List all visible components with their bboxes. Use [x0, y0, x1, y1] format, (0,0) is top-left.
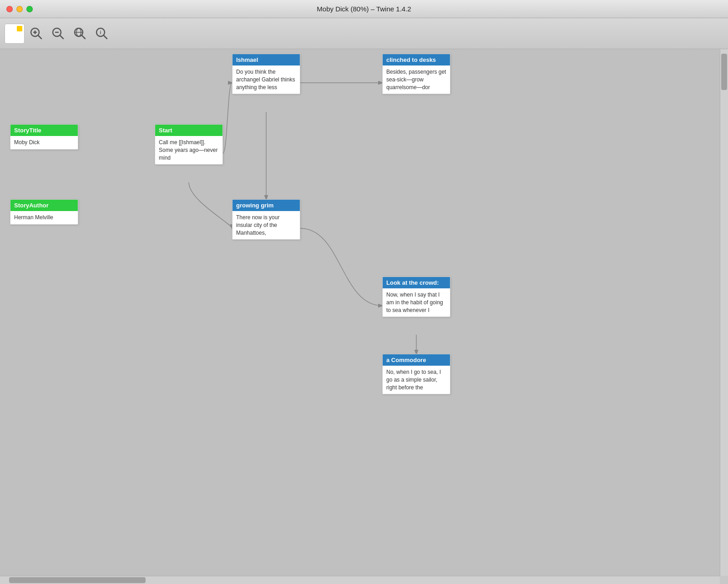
passage-card-growing_grim[interactable]: growing grimThere now is your insular ci… [232, 199, 300, 240]
zoom-out-icon [50, 25, 66, 42]
arrow-Start-to-Ishmael [223, 83, 232, 153]
passage-card-clinched_to_desks[interactable]: clinched to desksBesides, passengers get… [382, 54, 450, 94]
passage-body-Look_at_the_crowd: Now, when I say that I am in the habit o… [383, 288, 450, 317]
svg-line-13 [104, 35, 107, 39]
passage-body-StoryAuthor: Herman Melville [10, 211, 78, 224]
window-title: Moby Dick (80%) – Twine 1.4.2 [317, 5, 411, 13]
svg-line-3 [38, 35, 41, 39]
zoom-globe-icon [72, 25, 88, 42]
zoom-in-button[interactable] [26, 24, 46, 44]
passage-title-StoryTitle: StoryTitle [10, 125, 78, 136]
passage-card-Ishmael[interactable]: IshmaelDo you think the archangel Gabrie… [232, 54, 300, 94]
zoom-out-button[interactable] [48, 24, 68, 44]
passage-title-growing_grim: growing grim [233, 200, 300, 211]
passage-title-Look_at_the_crowd: Look at the crowd: [383, 277, 450, 288]
vertical-scrollbar[interactable] [720, 49, 728, 576]
arrows-overlay [0, 49, 720, 576]
passage-body-growing_grim: There now is your insular city of the Ma… [233, 211, 300, 239]
svg-line-6 [60, 35, 63, 39]
window-controls [6, 6, 33, 12]
canvas: StoryTitleMoby DickStoryAuthorHerman Mel… [0, 49, 720, 576]
title-bar: Moby Dick (80%) – Twine 1.4.2 [0, 0, 728, 18]
horizontal-scrollbar[interactable] [0, 576, 720, 584]
passage-body-a_Commodore: No, when I go to sea, I go as a simple s… [383, 366, 450, 394]
arrow-Start-to-growing_grim [189, 182, 232, 228]
passage-title-Start: Start [155, 125, 222, 136]
zoom-in-icon [28, 25, 45, 42]
passage-card-StoryTitle[interactable]: StoryTitleMoby Dick [10, 124, 78, 150]
passage-body-Start: Call me [[Ishmael]]. Some years ago—neve… [155, 136, 222, 164]
zoom-info-icon: i [94, 25, 110, 42]
maximize-button[interactable] [26, 6, 33, 12]
passage-card-Look_at_the_crowd[interactable]: Look at the crowd:Now, when I say that I… [382, 277, 450, 317]
passage-title-clinched_to_desks: clinched to desks [383, 54, 450, 65]
toolbar: i [0, 18, 728, 49]
passage-card-Start[interactable]: StartCall me [[Ishmael]]. Some years ago… [155, 124, 223, 165]
close-button[interactable] [6, 6, 13, 12]
passage-title-StoryAuthor: StoryAuthor [10, 200, 78, 211]
vertical-scrollbar-thumb[interactable] [721, 54, 727, 90]
passage-body-Ishmael: Do you think the archangel Gabriel think… [233, 65, 300, 94]
arrow-growing_grim-to-Look_at_the_crowd [300, 228, 382, 306]
passage-body-clinched_to_desks: Besides, passengers get sea-sick—grow qu… [383, 65, 450, 94]
zoom-reset-button[interactable] [70, 24, 90, 44]
passage-title-a_Commodore: a Commodore [383, 354, 450, 366]
svg-text:i: i [100, 30, 101, 35]
svg-line-10 [82, 35, 85, 39]
new-passage-button[interactable] [5, 24, 25, 44]
passage-card-StoryAuthor[interactable]: StoryAuthorHerman Melville [10, 199, 78, 225]
passage-card-a_Commodore[interactable]: a CommodoreNo, when I go to sea, I go as… [382, 354, 450, 394]
passage-title-Ishmael: Ishmael [233, 54, 300, 65]
horizontal-scrollbar-thumb[interactable] [9, 577, 146, 583]
passage-body-StoryTitle: Moby Dick [10, 136, 78, 149]
zoom-fit-button[interactable]: i [92, 24, 112, 44]
minimize-button[interactable] [16, 6, 23, 12]
